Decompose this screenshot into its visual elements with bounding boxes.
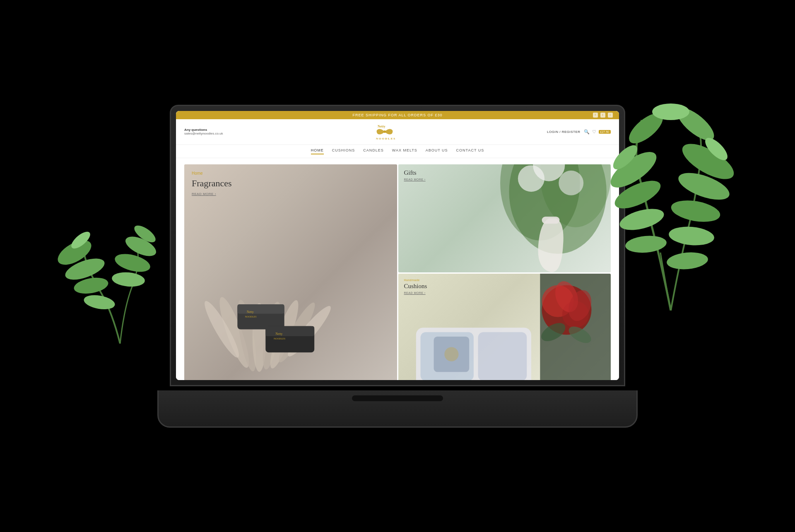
hero-fragrances-section[interactable]: Netty NOODLES Netty NOODLES — [184, 164, 397, 380]
nav-contact-us[interactable]: CONTACT US — [456, 148, 484, 154]
svg-text:Netty: Netty — [378, 125, 385, 128]
cushions-section[interactable]: Handmade Cushions READ MORE › — [398, 274, 611, 380]
banner-text: FREE SHIPPING FOR ALL ORDERS OF £30 — [352, 113, 442, 117]
gifts-text-overlay: Gifts READ MORE › — [398, 164, 431, 186]
nav-home[interactable]: HOME — [311, 148, 324, 154]
svg-point-13 — [666, 251, 708, 271]
svg-rect-35 — [237, 304, 284, 314]
cushions-read-more[interactable]: READ MORE › — [404, 291, 427, 294]
nav-candles[interactable]: CANDLES — [363, 148, 384, 154]
svg-point-46 — [559, 170, 583, 195]
cushions-text-overlay: Handmade Cushions READ MORE › — [398, 274, 433, 299]
svg-point-23 — [383, 130, 386, 133]
svg-text:Netty: Netty — [247, 310, 254, 314]
site-logo[interactable]: Netty NOODLES — [373, 123, 396, 141]
header-email[interactable]: sales@nettynoodles.co.uk — [184, 132, 223, 135]
gifts-title: Gifts — [404, 169, 426, 176]
laptop-device: FREE SHIPPING FOR ALL ORDERS OF £30 f t … — [170, 105, 625, 428]
site-header: Any questions sales@nettynoodles.co.uk — [176, 119, 619, 145]
svg-point-20 — [652, 104, 689, 120]
any-questions-label: Any questions — [184, 128, 223, 132]
svg-rect-48 — [542, 217, 559, 224]
laptop-lid: FREE SHIPPING FOR ALL ORDERS OF £30 f t … — [170, 105, 625, 386]
cushions-title: Cushions — [404, 283, 427, 290]
laptop-base — [157, 390, 638, 428]
website-content: FREE SHIPPING FOR ALL ORDERS OF £30 f t … — [176, 111, 619, 380]
svg-text:Netty: Netty — [276, 332, 283, 336]
svg-rect-39 — [265, 326, 314, 336]
handmade-label: Handmade — [404, 279, 427, 282]
gifts-read-more[interactable]: READ MORE › — [404, 178, 426, 181]
svg-point-47 — [518, 165, 544, 192]
nav-cushions[interactable]: CUSHIONS — [332, 148, 355, 154]
top-banner: FREE SHIPPING FOR ALL ORDERS OF £30 f t … — [176, 111, 619, 119]
laptop-body: FREE SHIPPING FOR ALL ORDERS OF £30 f t … — [170, 105, 625, 428]
header-contact: Any questions sales@nettynoodles.co.uk — [184, 128, 223, 135]
svg-point-11 — [670, 197, 722, 225]
plant-left-decoration — [50, 186, 190, 344]
svg-point-12 — [668, 225, 715, 247]
login-register-link[interactable]: LOGIN / REGISTER — [547, 130, 580, 134]
home-breadcrumb: Home — [192, 171, 232, 176]
svg-point-6 — [111, 271, 146, 288]
svg-text:NOODLES: NOODLES — [376, 137, 396, 140]
nav-wax-melts[interactable]: WAX MELTS — [392, 148, 417, 154]
nav-about-us[interactable]: ABOUT US — [426, 148, 448, 154]
fragrances-title: Fragrances — [192, 178, 232, 189]
svg-text:NOODLES: NOODLES — [274, 337, 285, 339]
logo-svg: Netty NOODLES — [373, 123, 396, 141]
svg-point-17 — [624, 234, 667, 255]
svg-text:NOODLES: NOODLES — [245, 315, 256, 318]
svg-rect-51 — [478, 332, 527, 380]
gifts-section[interactable]: Gifts READ MORE › — [398, 164, 611, 272]
svg-point-3 — [83, 293, 116, 312]
main-nav: HOME CUSHIONS CANDLES WAX MELTS ABOUT US… — [176, 145, 619, 158]
main-content-grid: Netty NOODLES Netty NOODLES — [176, 158, 619, 380]
svg-point-53 — [444, 347, 458, 361]
fragrances-read-more[interactable]: READ MORE › — [192, 192, 232, 196]
hero-text-overlay: Home Fragrances READ MORE › — [184, 164, 239, 202]
svg-point-16 — [617, 205, 666, 234]
laptop-screen: FREE SHIPPING FOR ALL ORDERS OF £30 f t … — [176, 111, 619, 380]
plant-right-decoration — [588, 79, 762, 311]
